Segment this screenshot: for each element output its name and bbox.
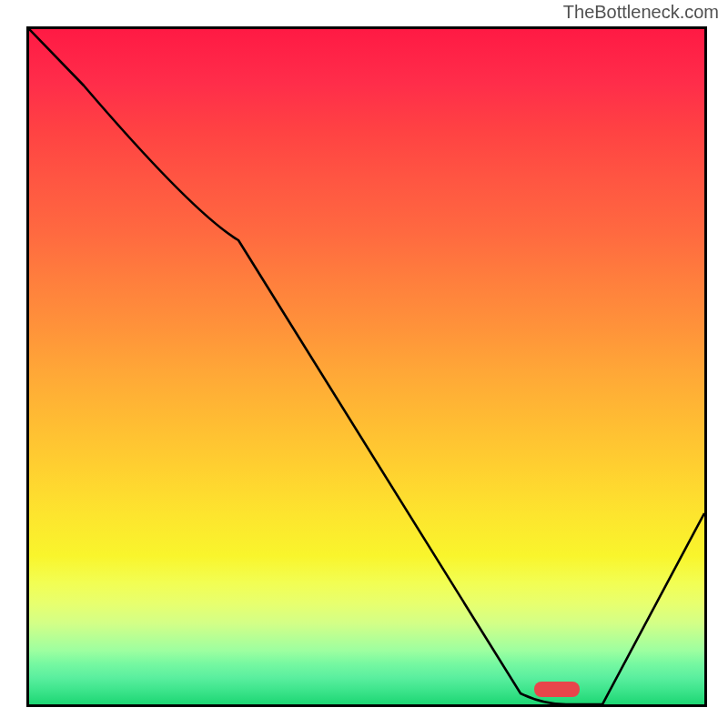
watermark-text: TheBottleneck.com <box>563 2 719 23</box>
bottleneck-curve <box>29 29 704 704</box>
optimal-marker <box>534 682 580 697</box>
chart-plot-area <box>26 26 707 707</box>
